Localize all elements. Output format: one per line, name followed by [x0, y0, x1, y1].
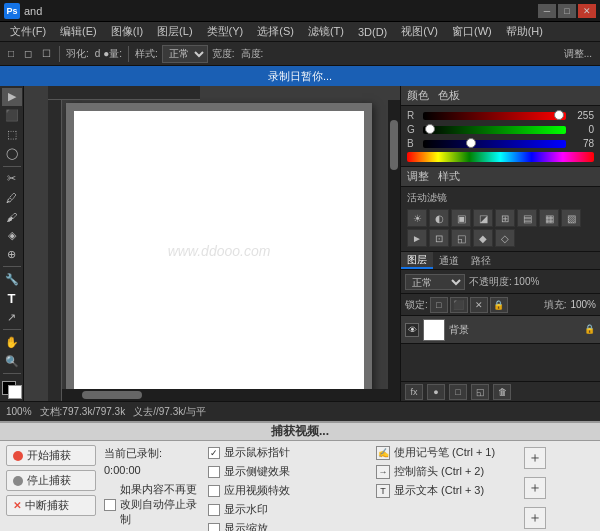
tool-hand[interactable]: ✋: [2, 333, 22, 351]
adj-photo-filter[interactable]: ⊡: [429, 229, 449, 247]
layer-visibility-btn[interactable]: 👁: [405, 323, 419, 337]
new-group-btn[interactable]: □: [449, 384, 467, 400]
stop-label: 停止捕获: [27, 473, 71, 488]
blend-mode-select[interactable]: 正常: [405, 274, 465, 290]
adj-color-lookup[interactable]: ◆: [473, 229, 493, 247]
start-icon: [13, 451, 23, 461]
menu-file[interactable]: 文件(F): [4, 23, 52, 40]
adj-color-balance[interactable]: ▧: [561, 209, 581, 227]
tool-crop[interactable]: ⬛: [2, 107, 22, 125]
h-scrollbar[interactable]: [62, 389, 400, 401]
watermark-checkbox[interactable]: [208, 504, 220, 516]
auto-stop-checkbox[interactable]: [104, 499, 116, 511]
adj-curves[interactable]: ◪: [473, 209, 493, 227]
watermark-row: 显示水印: [208, 502, 368, 517]
delete-layer-btn[interactable]: 🗑: [493, 384, 511, 400]
v-scroll-thumb[interactable]: [390, 120, 398, 170]
add-mask-btn[interactable]: ●: [427, 384, 445, 400]
menu-layer[interactable]: 图层(L): [151, 23, 198, 40]
lock-image-btn[interactable]: ⬛: [450, 297, 468, 313]
b-track[interactable]: [423, 140, 566, 148]
start-capture-btn[interactable]: 开始捕获: [6, 445, 96, 466]
g-thumb[interactable]: [425, 124, 435, 134]
maximize-button[interactable]: □: [558, 4, 576, 18]
cancel-icon: ✕: [13, 500, 21, 511]
show-zoom-checkbox[interactable]: [208, 523, 220, 532]
cancel-label: 中断捕获: [25, 498, 69, 513]
tool-rect-btn[interactable]: □: [4, 46, 18, 61]
tool-select[interactable]: ▶: [2, 88, 22, 106]
menu-view[interactable]: 视图(V): [395, 23, 444, 40]
adj-exposure[interactable]: ⊞: [495, 209, 515, 227]
adj-hsl[interactable]: ▦: [539, 209, 559, 227]
video-effects-checkbox[interactable]: [208, 485, 220, 497]
menu-filter[interactable]: 滤镜(T): [302, 23, 350, 40]
adj-contrast[interactable]: ◐: [429, 209, 449, 227]
tool-rect-select[interactable]: ⬚: [2, 126, 22, 144]
tool-zoom[interactable]: 🔍: [2, 352, 22, 370]
tool-stamp[interactable]: 🖌: [2, 208, 22, 226]
auto-stop-label: 如果内容不再更改则自动停止录制: [120, 482, 200, 527]
g-track[interactable]: [423, 126, 566, 134]
adj-bw[interactable]: ►: [407, 229, 427, 247]
background-color[interactable]: [8, 385, 22, 399]
r-track[interactable]: [423, 112, 566, 120]
b-thumb[interactable]: [466, 138, 476, 148]
lock-transparent-btn[interactable]: □: [430, 297, 448, 313]
adj-panel-header[interactable]: 调整 样式: [401, 167, 600, 187]
menu-select[interactable]: 选择(S): [251, 23, 300, 40]
shortcuts-col: ✍ 使用记号笔 (Ctrl + 1) → 控制箭头 (Ctrl + 2) T 显…: [376, 445, 516, 531]
menu-type[interactable]: 类型(Y): [201, 23, 250, 40]
tool-gradient[interactable]: ⊕: [2, 246, 22, 264]
minimize-button[interactable]: ─: [538, 4, 556, 18]
r-thumb[interactable]: [554, 110, 564, 120]
marker-icon: ✍: [376, 446, 390, 460]
menu-3d[interactable]: 3D(D): [352, 25, 393, 39]
menu-edit[interactable]: 编辑(E): [54, 23, 103, 40]
tab-paths[interactable]: 路径: [465, 252, 497, 269]
tool-type[interactable]: T: [2, 289, 22, 307]
menu-window[interactable]: 窗口(W): [446, 23, 498, 40]
tool-heal[interactable]: ✂: [2, 170, 22, 188]
show-keystroke-checkbox[interactable]: [208, 466, 220, 478]
stop-capture-btn[interactable]: 停止捕获: [6, 470, 96, 491]
menu-image[interactable]: 图像(I): [105, 23, 149, 40]
style-select[interactable]: 正常: [162, 45, 208, 63]
recording-time: 当前已录制: 0:00:00: [104, 445, 200, 478]
adj-channel-mixer[interactable]: ◱: [451, 229, 471, 247]
cancel-capture-btn[interactable]: ✕ 中断捕获: [6, 495, 96, 516]
adj-levels[interactable]: ▣: [451, 209, 471, 227]
spin-btn-3[interactable]: ＋: [524, 507, 546, 529]
lock-position-btn[interactable]: ✕: [470, 297, 488, 313]
auto-stop-row: 如果内容不再更改则自动停止录制: [104, 482, 200, 527]
adj-invert[interactable]: ◇: [495, 229, 515, 247]
menu-help[interactable]: 帮助(H): [500, 23, 549, 40]
adjust-btn[interactable]: 调整...: [560, 45, 596, 63]
tool-lasso[interactable]: ◯: [2, 145, 22, 163]
add-fx-btn[interactable]: fx: [405, 384, 423, 400]
adj-brightness[interactable]: ☀: [407, 209, 427, 227]
tool-ellipse-btn[interactable]: ◻: [20, 46, 36, 61]
lock-all-btn[interactable]: 🔒: [490, 297, 508, 313]
doc-info: 文档:797.3k/797.3k: [40, 405, 126, 419]
tool-options-btn[interactable]: ☐: [38, 46, 55, 61]
tool-brush[interactable]: 🖊: [2, 189, 22, 207]
close-button[interactable]: ✕: [578, 4, 596, 18]
spin-btn-2[interactable]: ＋: [524, 477, 546, 499]
color-panel-section: R 255 G 0 B: [401, 106, 600, 167]
tool-path-select[interactable]: ↗: [2, 308, 22, 326]
tab-channels[interactable]: 通道: [433, 252, 465, 269]
v-scrollbar[interactable]: [388, 100, 400, 389]
h-scroll-thumb[interactable]: [82, 391, 142, 399]
color-spectrum[interactable]: [407, 152, 594, 162]
canvas-content[interactable]: www.ddooo.com: [74, 111, 364, 391]
spin-btn-1[interactable]: ＋: [524, 447, 546, 469]
show-cursor-checkbox[interactable]: [208, 447, 220, 459]
color-panel-header[interactable]: 颜色 色板: [401, 86, 600, 106]
tool-pen[interactable]: 🔧: [2, 270, 22, 288]
new-layer-btn[interactable]: ◱: [471, 384, 489, 400]
tool-eraser[interactable]: ◈: [2, 227, 22, 245]
tab-layers[interactable]: 图层: [401, 252, 433, 269]
adj-vibrance[interactable]: ▤: [517, 209, 537, 227]
layer-background[interactable]: 👁 背景 🔒: [401, 316, 600, 344]
